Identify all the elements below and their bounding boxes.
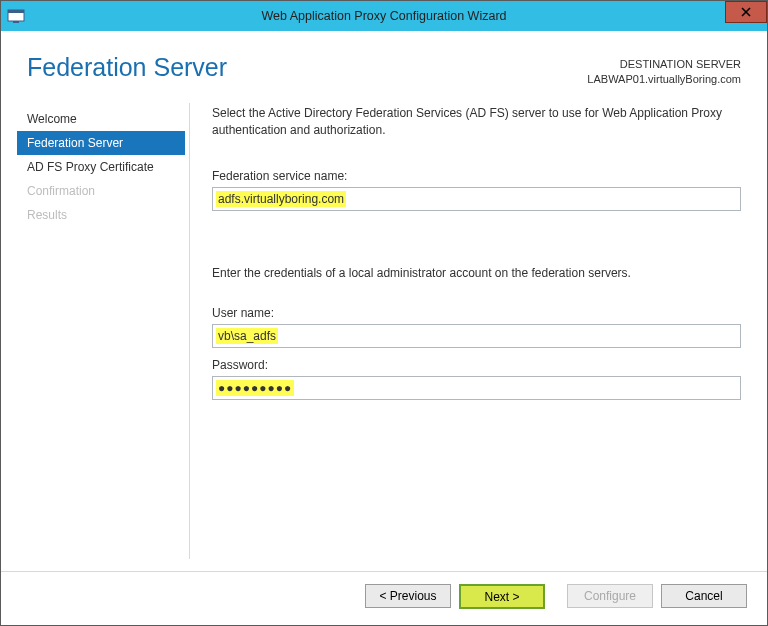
destination-value: LABWAP01.virtuallyBoring.com (587, 72, 741, 87)
federation-service-name-input[interactable] (212, 187, 741, 211)
federation-service-name-label: Federation service name: (212, 169, 741, 183)
vertical-divider (189, 103, 190, 559)
cancel-button[interactable]: Cancel (661, 584, 747, 608)
svg-rect-1 (8, 10, 24, 13)
destination-server: DESTINATION SERVER LABWAP01.virtuallyBor… (587, 53, 741, 87)
header: Federation Server DESTINATION SERVER LAB… (1, 31, 767, 91)
step-sidebar: Welcome Federation Server AD FS Proxy Ce… (17, 99, 185, 571)
footer: < Previous Next > Configure Cancel (1, 571, 767, 625)
svg-rect-2 (13, 21, 19, 23)
step-results: Results (17, 203, 185, 227)
step-welcome[interactable]: Welcome (17, 107, 185, 131)
app-icon (7, 7, 25, 25)
window-title: Web Application Proxy Configuration Wiza… (1, 9, 767, 23)
close-button[interactable] (725, 1, 767, 23)
password-label: Password: (212, 358, 741, 372)
content-panel: Select the Active Directory Federation S… (194, 99, 751, 571)
intro-text: Select the Active Directory Federation S… (212, 105, 741, 140)
step-federation-server[interactable]: Federation Server (17, 131, 185, 155)
password-input[interactable] (212, 376, 741, 400)
username-input[interactable] (212, 324, 741, 348)
page-title: Federation Server (27, 53, 227, 82)
body: Welcome Federation Server AD FS Proxy Ce… (1, 91, 767, 571)
next-button[interactable]: Next > (459, 584, 545, 609)
step-adfs-proxy-certificate[interactable]: AD FS Proxy Certificate (17, 155, 185, 179)
previous-button[interactable]: < Previous (365, 584, 451, 608)
credentials-intro: Enter the credentials of a local adminis… (212, 265, 741, 282)
configure-button: Configure (567, 584, 653, 608)
destination-label: DESTINATION SERVER (587, 57, 741, 72)
username-label: User name: (212, 306, 741, 320)
titlebar: Web Application Proxy Configuration Wiza… (1, 1, 767, 31)
step-confirmation: Confirmation (17, 179, 185, 203)
wizard-window: Web Application Proxy Configuration Wiza… (0, 0, 768, 626)
